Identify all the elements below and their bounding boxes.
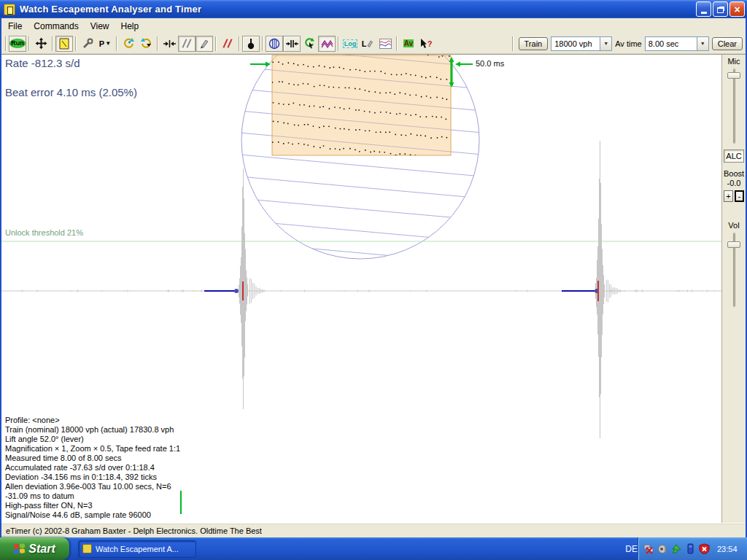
- train-button[interactable]: Train: [519, 37, 549, 50]
- parallel-lines-button[interactable]: [178, 36, 196, 52]
- vol-label: Vol: [722, 221, 746, 230]
- log-edit-button[interactable]: L: [359, 36, 376, 52]
- profile-flag-icon: P: [99, 39, 104, 48]
- pendulum-icon: [246, 38, 256, 50]
- toolbar-separator: [512, 36, 514, 51]
- beat-error-readout: Beat error 4.10 ms (2.05%): [5, 86, 137, 98]
- zoom-trace-button[interactable]: [301, 36, 318, 52]
- tape-display-button[interactable]: [55, 36, 73, 52]
- zigzag-trace-button[interactable]: [318, 36, 336, 52]
- info-line: Profile: <none>: [5, 416, 180, 425]
- log-button[interactable]: Log: [341, 36, 359, 52]
- rotate-select-button[interactable]: [137, 36, 155, 52]
- menu-commands[interactable]: Commands: [28, 20, 84, 33]
- menu-file[interactable]: File: [2, 20, 28, 33]
- close-button[interactable]: ×: [729, 1, 745, 17]
- move-tool-button[interactable]: [32, 36, 50, 52]
- toolbar-separator: [52, 36, 53, 51]
- toolbar-separator: [116, 36, 117, 51]
- red-parallel-lines-icon: [227, 39, 232, 48]
- title-bar[interactable]: Watch Escapement Analyser and Timer ×: [0, 0, 747, 18]
- move-icon: [35, 37, 47, 50]
- app-icon: [4, 4, 15, 15]
- av-icon: Av: [403, 39, 414, 47]
- pen-icon: [198, 38, 210, 50]
- boost-label: Boost: [722, 169, 746, 178]
- menu-help[interactable]: Help: [115, 20, 145, 33]
- pen-tool-button[interactable]: [196, 36, 213, 52]
- help-question-icon: ?: [427, 39, 433, 48]
- log-pen-icon: [366, 39, 374, 48]
- vol-slider-thumb[interactable]: [727, 241, 740, 248]
- pendulum-button[interactable]: [242, 36, 260, 52]
- mic-label: Mic: [722, 57, 746, 66]
- av-time-select[interactable]: 8.00 sec ▼: [645, 36, 709, 51]
- converge-button[interactable]: [160, 36, 178, 52]
- menu-view[interactable]: View: [85, 20, 115, 33]
- alc-button[interactable]: ALC: [724, 149, 744, 163]
- beat-lines-button[interactable]: [219, 36, 236, 52]
- window-title: Watch Escapement Analyser and Timer: [20, 4, 696, 15]
- mic-slider-track[interactable]: [733, 69, 735, 144]
- taskbar: Start Watch Escapement A... DE 23:54: [0, 537, 747, 560]
- start-label: Start: [28, 542, 55, 556]
- boost-value: -0.0: [722, 179, 746, 187]
- audio-panel: Mic ALC Boost -0.0 + - Vol: [722, 55, 746, 523]
- taskbar-clock[interactable]: 23:54: [717, 545, 738, 553]
- dropdown-arrow-icon: ▼: [105, 40, 111, 47]
- start-button[interactable]: Start: [0, 537, 69, 560]
- run-icon: Run: [9, 39, 26, 48]
- toolbar-separator: [262, 36, 263, 51]
- toolbar-separator: [28, 36, 30, 51]
- minimize-button[interactable]: [696, 1, 711, 17]
- boost-minus-button[interactable]: -: [735, 190, 744, 202]
- status-text: eTimer (c) 2002-8 Graham Baxter - Delph …: [6, 526, 262, 535]
- rotate-plus-icon: [123, 37, 135, 50]
- language-indicator[interactable]: DE: [625, 544, 638, 554]
- system-tray: 23:54: [638, 537, 747, 560]
- wrench-icon: [82, 38, 93, 50]
- windows-logo-icon: [14, 543, 25, 555]
- log-edit-letter: L: [362, 39, 367, 48]
- train-select[interactable]: 18000 vph ▼: [551, 36, 612, 51]
- expand-bars-icon: [286, 39, 298, 49]
- chart-display-button[interactable]: [376, 36, 394, 52]
- taskbar-task-button[interactable]: Watch Escapement A...: [78, 540, 196, 558]
- context-help-button[interactable]: ?: [417, 36, 435, 52]
- maximize-button[interactable]: [713, 1, 728, 17]
- expand-bars-button[interactable]: [283, 36, 301, 52]
- info-line: -31.09 ms to datum: [5, 491, 180, 501]
- clear-button[interactable]: Clear: [712, 37, 743, 50]
- av-display-button[interactable]: Av: [400, 36, 417, 52]
- chart-icon: [379, 39, 392, 49]
- chevron-down-icon[interactable]: ▼: [600, 37, 611, 50]
- info-line: Measured time 8.00 of 8.00 secs: [5, 454, 180, 463]
- toolbar-separator: [157, 36, 158, 51]
- info-line: Lift angle 52.0° (lever): [5, 435, 180, 444]
- tape-note-icon: [59, 38, 69, 50]
- unlock-threshold-label: Unlock threshold 21%: [5, 228, 83, 237]
- info-line: High-pass filter ON, N=3: [5, 501, 180, 510]
- profile-button[interactable]: P▼: [96, 36, 114, 52]
- security-alert-icon[interactable]: [699, 543, 710, 554]
- network-error-icon[interactable]: [643, 543, 654, 554]
- updates-icon[interactable]: [671, 543, 682, 554]
- mic-slider-thumb[interactable]: [727, 72, 740, 79]
- app-window: Watch Escapement Analyser and Timer × Fi…: [0, 0, 747, 537]
- setup-button[interactable]: [79, 36, 96, 52]
- info-line: Allen deviation 3.96e-003 Tau 10.00 secs…: [5, 482, 180, 491]
- chevron-down-icon[interactable]: ▼: [697, 37, 708, 50]
- main-area: Rate -812.3 s/d Beat error 4.10 ms (2.05…: [1, 54, 746, 523]
- info-line: Magnification × 1, Zoom × 0.5, Tape feed…: [5, 444, 180, 454]
- task-label: Watch Escapement A...: [96, 545, 179, 553]
- toolbar-separator: [239, 36, 240, 51]
- toolbar-separator: [396, 36, 398, 51]
- boost-plus-button[interactable]: +: [724, 190, 733, 202]
- balance-wheel-button[interactable]: [266, 36, 283, 52]
- run-button[interactable]: Run: [9, 36, 26, 52]
- rotate-add-button[interactable]: [120, 36, 137, 52]
- info-line: Deviation -34.156 ms in 0:1:18.4, 392 ti…: [5, 472, 180, 482]
- volume-icon[interactable]: [657, 543, 668, 554]
- train-value: 18000 vph: [551, 39, 595, 48]
- battery-icon[interactable]: [685, 543, 696, 554]
